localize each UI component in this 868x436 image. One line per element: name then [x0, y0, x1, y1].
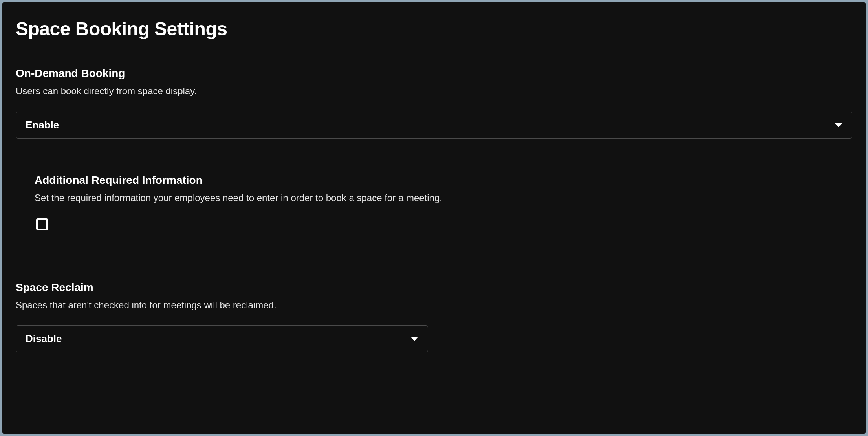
additional-required-information-description: Set the required information your employ… — [35, 191, 443, 205]
additional-required-information-section: Additional Required Information Set the … — [35, 174, 443, 230]
space-reclaim-selected-value: Disable — [26, 333, 62, 345]
space-reclaim-title: Space Reclaim — [16, 281, 852, 294]
chevron-down-icon — [835, 123, 842, 127]
on-demand-booking-select[interactable]: Enable — [16, 112, 852, 139]
on-demand-booking-title: On-Demand Booking — [16, 67, 852, 80]
space-reclaim-select[interactable]: Disable — [16, 325, 428, 352]
page-title: Space Booking Settings — [16, 18, 852, 40]
space-reclaim-description: Spaces that aren't checked into for meet… — [16, 299, 852, 312]
chevron-down-icon — [410, 337, 418, 341]
additional-required-information-title: Additional Required Information — [35, 174, 443, 187]
on-demand-booking-section: On-Demand Booking Users can book directl… — [16, 67, 852, 230]
on-demand-booking-selected-value: Enable — [26, 119, 59, 131]
additional-required-information-checkbox-row — [36, 218, 443, 230]
settings-panel: Space Booking Settings On-Demand Booking… — [2, 2, 866, 434]
on-demand-booking-description: Users can book directly from space displ… — [16, 84, 852, 98]
space-reclaim-section: Space Reclaim Spaces that aren't checked… — [16, 281, 852, 353]
additional-required-information-checkbox[interactable] — [36, 218, 48, 230]
